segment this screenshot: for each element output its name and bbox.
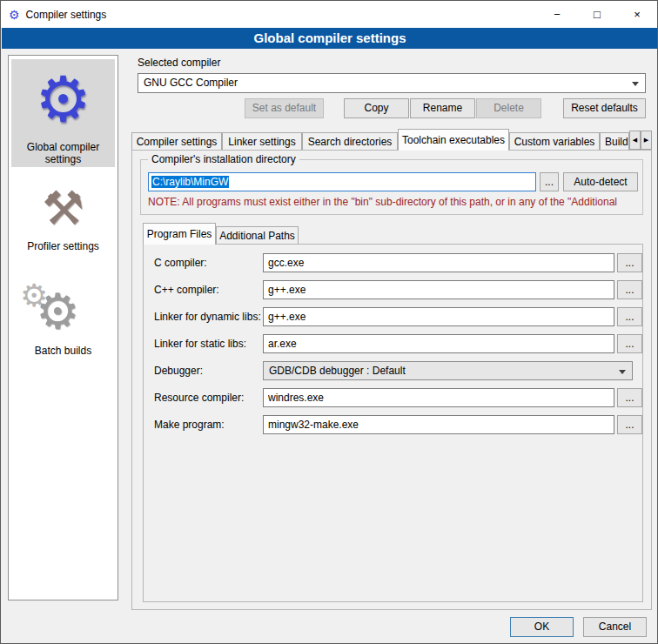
- minimize-button[interactable]: −: [537, 1, 577, 28]
- installation-directory-input[interactable]: C:\raylib\MinGW: [148, 172, 536, 191]
- hammer-icon: ⚒: [11, 178, 115, 238]
- installation-directory-value: C:\raylib\MinGW: [151, 176, 229, 188]
- sidebar-item-label: Batch builds: [11, 343, 115, 359]
- ok-button[interactable]: OK: [510, 617, 574, 637]
- sidebar: ⚙ Global compiler settings ⚒ Profiler se…: [8, 55, 118, 600]
- linker-static-input[interactable]: [263, 334, 614, 353]
- selected-compiler-value: GNU GCC Compiler: [144, 77, 238, 89]
- sidebar-item-label: Global compiler settings: [11, 139, 115, 167]
- app-icon: ⚙: [9, 9, 20, 21]
- page-title: Global compiler settings: [2, 28, 658, 49]
- note-text: NOTE: All programs must exist either in …: [148, 196, 635, 208]
- tab-compiler-settings[interactable]: Compiler settings: [131, 132, 222, 150]
- installation-directory-group: Compiler's installation directory C:\ray…: [140, 159, 643, 215]
- chevron-down-icon: [632, 82, 639, 86]
- close-button[interactable]: ×: [617, 1, 657, 28]
- field-label-resource-compiler: Resource compiler:: [154, 388, 244, 407]
- browse-c-compiler-button[interactable]: ...: [617, 253, 642, 272]
- window-controls: − □ ×: [537, 1, 657, 28]
- tab-custom-variables[interactable]: Custom variables: [509, 132, 600, 150]
- titlebar: ⚙ Compiler settings − □ ×: [1, 1, 657, 28]
- field-label-linker-dynamic: Linker for dynamic libs:: [154, 307, 261, 326]
- copy-button[interactable]: Copy: [344, 98, 409, 118]
- gear-icon: ⚙: [11, 59, 115, 139]
- debugger-combobox[interactable]: GDB/CDB debugger : Default: [263, 361, 633, 380]
- delete-button[interactable]: Delete: [476, 98, 541, 118]
- tab-toolchain-executables[interactable]: Toolchain executables: [398, 129, 509, 151]
- field-label-cpp-compiler: C++ compiler:: [154, 280, 219, 299]
- auto-detect-button[interactable]: Auto-detect: [563, 172, 638, 191]
- selected-compiler-label: Selected compiler: [138, 57, 220, 69]
- sidebar-item-label: Profiler settings: [11, 238, 115, 254]
- linker-dynamic-input[interactable]: [263, 307, 614, 326]
- installation-directory-legend: Compiler's installation directory: [148, 153, 299, 165]
- browse-directory-button[interactable]: ...: [540, 172, 559, 191]
- resource-compiler-input[interactable]: [263, 388, 614, 407]
- sidebar-item-batch-builds[interactable]: ⚙ ⚙ Batch builds: [11, 280, 115, 362]
- maximize-button[interactable]: □: [577, 1, 617, 28]
- selected-compiler-combobox[interactable]: GNU GCC Compiler: [138, 73, 646, 93]
- tab-scroll-left-button[interactable]: ◀: [629, 131, 641, 150]
- gears-icon: ⚙ ⚙: [11, 280, 115, 343]
- cpp-compiler-input[interactable]: [263, 280, 614, 299]
- browse-make-program-button[interactable]: ...: [617, 415, 642, 434]
- compiler-settings-window: ⚙ Compiler settings − □ × Global compile…: [0, 0, 658, 644]
- tab-scroll-right-button[interactable]: ▶: [641, 131, 652, 150]
- sidebar-item-profiler-settings[interactable]: ⚒ Profiler settings: [11, 178, 115, 259]
- set-as-default-button[interactable]: Set as default: [245, 98, 324, 118]
- tab-build-options[interactable]: Build options: [600, 132, 629, 150]
- browse-linker-dynamic-button[interactable]: ...: [617, 307, 642, 326]
- make-program-input[interactable]: [263, 415, 614, 434]
- window-title: Compiler settings: [26, 9, 107, 21]
- subtab-additional-paths[interactable]: Additional Paths: [216, 226, 299, 244]
- tab-linker-settings[interactable]: Linker settings: [222, 132, 302, 150]
- browse-linker-static-button[interactable]: ...: [617, 334, 642, 353]
- c-compiler-input[interactable]: [263, 253, 614, 272]
- chevron-down-icon: [619, 370, 626, 374]
- program-files-panel: C compiler: ... C++ compiler: ... Linker…: [143, 244, 643, 602]
- field-label-linker-static: Linker for static libs:: [154, 334, 246, 353]
- rename-button[interactable]: Rename: [410, 98, 475, 118]
- field-label-c-compiler: C compiler:: [154, 253, 207, 272]
- browse-resource-compiler-button[interactable]: ...: [617, 388, 642, 407]
- browse-cpp-compiler-button[interactable]: ...: [617, 280, 642, 299]
- reset-defaults-button[interactable]: Reset defaults: [563, 98, 646, 118]
- cancel-button[interactable]: Cancel: [583, 617, 647, 637]
- sidebar-item-global-compiler-settings[interactable]: ⚙ Global compiler settings: [11, 59, 115, 167]
- subtab-program-files[interactable]: Program Files: [143, 223, 216, 245]
- field-label-debugger: Debugger:: [154, 361, 203, 380]
- tab-search-directories[interactable]: Search directories: [302, 132, 398, 150]
- debugger-value: GDB/CDB debugger : Default: [269, 365, 406, 377]
- field-label-make-program: Make program:: [154, 415, 225, 434]
